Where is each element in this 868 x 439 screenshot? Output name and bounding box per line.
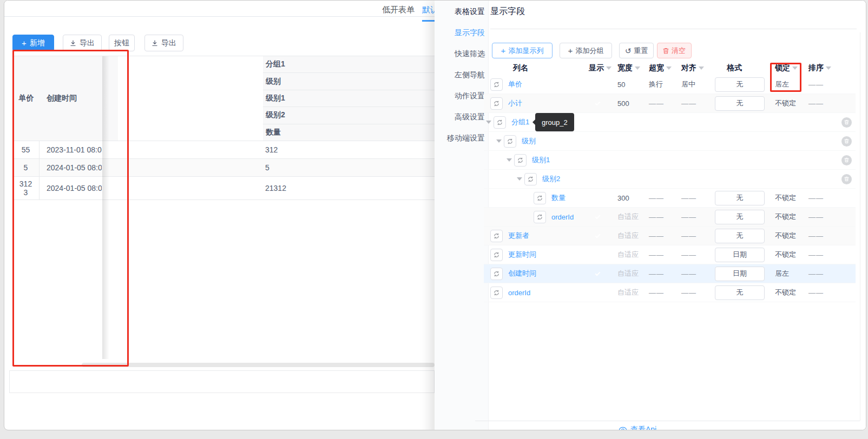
overwide-cell[interactable]: —— [645, 99, 677, 108]
delete-icon[interactable] [841, 117, 852, 128]
sort-cell[interactable]: —— [805, 289, 832, 297]
lock-cell[interactable]: 不锁定 [772, 288, 805, 297]
overwide-cell[interactable]: —— [645, 232, 677, 240]
lock-cell[interactable]: 不锁定 [772, 212, 805, 222]
sync-icon-button[interactable] [494, 116, 506, 129]
col-header-sort[interactable]: 排序 [805, 63, 832, 73]
horizontal-scrollbar[interactable] [82, 363, 435, 367]
sidebar-item-2[interactable]: 快速筛选 [455, 49, 485, 59]
sync-icon-button[interactable] [504, 135, 516, 148]
sync-icon-button[interactable] [514, 154, 527, 167]
sync-icon-button[interactable] [490, 268, 503, 280]
overwide-cell[interactable]: —— [645, 213, 677, 221]
field-name-link[interactable]: 更新者 [508, 231, 529, 241]
export-button-1[interactable]: 导出 [63, 35, 102, 51]
format-select[interactable]: 无 [715, 285, 765, 300]
sort-cell[interactable]: —— [805, 251, 832, 259]
align-cell[interactable]: —— [677, 289, 712, 297]
lock-cell[interactable]: 不锁定 [772, 98, 805, 108]
field-name-link[interactable]: orderId [551, 213, 574, 221]
reset-button[interactable]: ↺ 重置 [619, 43, 654, 58]
sidebar-item-5[interactable]: 高级设置 [455, 112, 485, 122]
format-select[interactable]: 日期 [715, 267, 765, 281]
align-cell[interactable]: —— [677, 194, 712, 202]
align-cell[interactable]: —— [677, 213, 712, 221]
align-cell[interactable]: 居中 [677, 79, 712, 89]
lock-cell[interactable]: 不锁定 [772, 250, 805, 260]
delete-icon[interactable] [841, 174, 852, 184]
format-select[interactable]: 无 [715, 229, 765, 243]
width-cell[interactable]: 自适应 [613, 231, 645, 241]
align-cell[interactable]: —— [677, 99, 712, 108]
sort-cell[interactable]: —— [805, 270, 832, 278]
sort-cell[interactable]: —— [805, 99, 832, 108]
format-select[interactable]: 无 [715, 210, 765, 224]
width-cell[interactable]: 自适应 [613, 250, 645, 260]
sort-cell[interactable]: —— [805, 194, 832, 202]
sync-icon-button[interactable] [524, 173, 537, 185]
col-header-show[interactable]: 显示 [582, 63, 613, 73]
overwide-cell[interactable]: —— [645, 194, 677, 202]
sidebar-item-1[interactable]: 显示字段 [455, 28, 485, 38]
field-name-link[interactable]: 更新时间 [508, 250, 536, 260]
tree-caret-down-icon[interactable] [486, 121, 491, 124]
col-header-overwide[interactable]: 超宽 [645, 63, 677, 73]
clear-button[interactable]: 清空 [657, 43, 692, 58]
table-row[interactable]: 31232024-01-05 08:0021312 [12, 177, 435, 200]
add-button[interactable]: + 新增 [12, 35, 54, 51]
width-cell[interactable]: 500 [613, 99, 645, 108]
table-row[interactable]: 52024-01-05 08:005 [12, 159, 435, 177]
export-button-2[interactable]: 导出 [144, 35, 183, 51]
width-cell[interactable]: 50 [613, 81, 645, 89]
sync-icon-button[interactable] [490, 249, 503, 261]
format-select[interactable]: 无 [715, 191, 765, 205]
col-header-lock[interactable]: 锁定 [772, 63, 805, 73]
field-name-link[interactable]: 创建时间 [508, 269, 536, 278]
field-name-link[interactable]: 小计 [508, 98, 522, 108]
delete-icon[interactable] [841, 136, 852, 147]
width-cell[interactable]: 300 [613, 194, 645, 202]
field-name-link[interactable]: 级别2 [542, 174, 560, 184]
field-name-link[interactable]: 分组1 [511, 117, 529, 127]
add-display-column-button[interactable]: + 添加显示列 [492, 43, 553, 58]
sync-icon-button[interactable] [490, 97, 503, 110]
width-cell[interactable]: 自适应 [613, 212, 645, 222]
sidebar-item-4[interactable]: 动作设置 [455, 91, 485, 101]
sync-icon-button[interactable] [490, 78, 503, 91]
sort-cell[interactable]: —— [805, 232, 832, 240]
sidebar-item-6[interactable]: 移动端设置 [447, 134, 485, 143]
sidebar-item-3[interactable]: 左侧导航 [455, 70, 485, 80]
sort-cell[interactable]: —— [805, 81, 832, 89]
tree-caret-down-icon[interactable] [517, 177, 522, 181]
col-header-width[interactable]: 宽度 [613, 63, 645, 73]
width-cell[interactable]: 自适应 [613, 288, 645, 297]
lock-cell[interactable]: 不锁定 [772, 193, 805, 203]
tree-caret-down-icon[interactable] [507, 158, 512, 162]
sync-icon-button[interactable] [534, 211, 546, 223]
sync-icon-button[interactable] [490, 230, 503, 242]
format-select[interactable]: 无 [715, 96, 765, 111]
field-name-link[interactable]: 级别1 [532, 155, 550, 165]
align-cell[interactable]: —— [677, 251, 712, 259]
sync-icon-button[interactable] [534, 192, 546, 204]
add-group-button[interactable]: + 添加分组 [560, 43, 612, 58]
sort-cell[interactable]: —— [805, 213, 832, 221]
view-api-link[interactable]: 查看Api [475, 425, 800, 430]
overwide-cell[interactable]: —— [645, 251, 677, 259]
lock-cell[interactable]: 居左 [772, 79, 805, 89]
table-row[interactable]: 552023-11-01 08:00312 [12, 141, 435, 159]
overwide-cell[interactable]: —— [645, 289, 677, 297]
align-cell[interactable]: —— [677, 232, 712, 240]
field-name-link[interactable]: orderId [508, 289, 530, 297]
overwide-cell[interactable]: 换行 [645, 79, 677, 89]
field-name-link[interactable]: 级别 [522, 136, 536, 146]
field-name-link[interactable]: 单价 [508, 79, 522, 89]
format-select[interactable]: 无 [715, 77, 765, 92]
lock-cell[interactable]: 居左 [772, 269, 805, 278]
width-cell[interactable]: 自适应 [613, 269, 645, 278]
col-header-align[interactable]: 对齐 [677, 63, 712, 73]
generic-button[interactable]: 按钮 [109, 35, 135, 51]
delete-icon[interactable] [841, 155, 852, 165]
format-select[interactable]: 日期 [715, 248, 765, 262]
align-cell[interactable]: —— [677, 270, 712, 278]
